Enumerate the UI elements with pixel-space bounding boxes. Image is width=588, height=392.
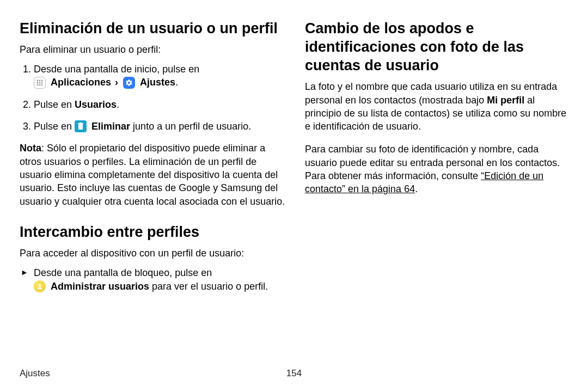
svg-rect-9 bbox=[78, 124, 83, 130]
apps-label: Aplicaciones bbox=[51, 77, 111, 88]
step-2-bold: Usuarios bbox=[75, 99, 117, 110]
page-footer: Ajustes 154 bbox=[20, 368, 568, 379]
step-1: Desde una pantalla de inicio, pulse en A… bbox=[34, 63, 290, 89]
trash-icon bbox=[75, 120, 87, 132]
footer-section: Ajustes bbox=[20, 368, 50, 378]
note-label: Nota bbox=[20, 143, 41, 154]
manage-users-icon bbox=[34, 280, 46, 292]
step-2-text-a: Pulse en bbox=[34, 99, 75, 110]
svg-point-4 bbox=[39, 82, 41, 83]
switch-text-c: para ver el usuario o perfil. bbox=[149, 281, 268, 292]
svg-point-12 bbox=[39, 284, 41, 286]
heading-delete-user: Eliminación de un usuario o un perfil bbox=[20, 20, 290, 38]
switch-steps: Desde una pantalla de bloqueo, pulse en … bbox=[20, 266, 290, 293]
svg-point-1 bbox=[39, 79, 41, 81]
switch-text-a: Desde una pantalla de bloqueo, pulse en bbox=[34, 267, 212, 278]
note-body: : Sólo el propietario del dispositivo pu… bbox=[20, 143, 285, 206]
right-p1-bold: Mi perfil bbox=[487, 95, 524, 106]
right-column: Cambio de los apodos e identificaciones … bbox=[305, 20, 572, 293]
settings-label: Ajustes bbox=[140, 77, 175, 88]
manual-page: Eliminación de un usuario o un perfil Pa… bbox=[0, 0, 588, 392]
svg-point-3 bbox=[37, 82, 39, 83]
period: . bbox=[175, 77, 178, 88]
intro-switch: Para acceder al dispositivo con un perfi… bbox=[20, 247, 290, 260]
step-3-text-a: Pulse en bbox=[34, 121, 75, 132]
page-number: 154 bbox=[286, 368, 302, 379]
step-3-text-c: junto a un perfil de usuario. bbox=[130, 121, 251, 132]
right-p2-b: . bbox=[415, 183, 418, 194]
svg-point-6 bbox=[37, 84, 39, 85]
svg-point-7 bbox=[39, 84, 41, 85]
apps-icon bbox=[34, 77, 46, 89]
switch-bold: Administrar usuarios bbox=[51, 281, 149, 292]
svg-point-5 bbox=[41, 82, 43, 83]
svg-point-2 bbox=[41, 79, 43, 81]
chevron-right-icon: › bbox=[114, 77, 119, 88]
heading-switch-profiles: Intercambio entre perfiles bbox=[20, 223, 290, 242]
note-paragraph: Nota: Sólo el propietario del dispositiv… bbox=[20, 142, 290, 207]
delete-steps: Desde una pantalla de inicio, pulse en A… bbox=[20, 63, 290, 133]
step-3-bold: Eliminar bbox=[91, 121, 130, 132]
step-2: Pulse en Usuarios. bbox=[34, 98, 290, 111]
step-3: Pulse en Eliminar junto a un perfil de u… bbox=[34, 120, 290, 133]
intro-delete: Para eliminar un usuario o perfil: bbox=[20, 44, 290, 56]
step-1-text-a: Desde una pantalla de inicio, pulse en bbox=[34, 64, 199, 75]
gear-icon bbox=[123, 77, 135, 89]
right-p1: La foto y el nombre que cada usuario uti… bbox=[305, 80, 572, 133]
svg-rect-11 bbox=[79, 122, 82, 124]
right-p2: Para cambiar su foto de identificación y… bbox=[305, 143, 572, 195]
columns: Eliminación de un usuario o un perfil Pa… bbox=[20, 20, 572, 293]
svg-point-8 bbox=[41, 84, 43, 85]
left-column: Eliminación de un usuario o un perfil Pa… bbox=[20, 20, 290, 293]
svg-point-0 bbox=[37, 79, 39, 81]
step-2-text-c: . bbox=[117, 99, 119, 110]
heading-change-nickname: Cambio de los apodos e identificaciones … bbox=[305, 20, 572, 75]
switch-step: Desde una pantalla de bloqueo, pulse en … bbox=[34, 266, 290, 293]
